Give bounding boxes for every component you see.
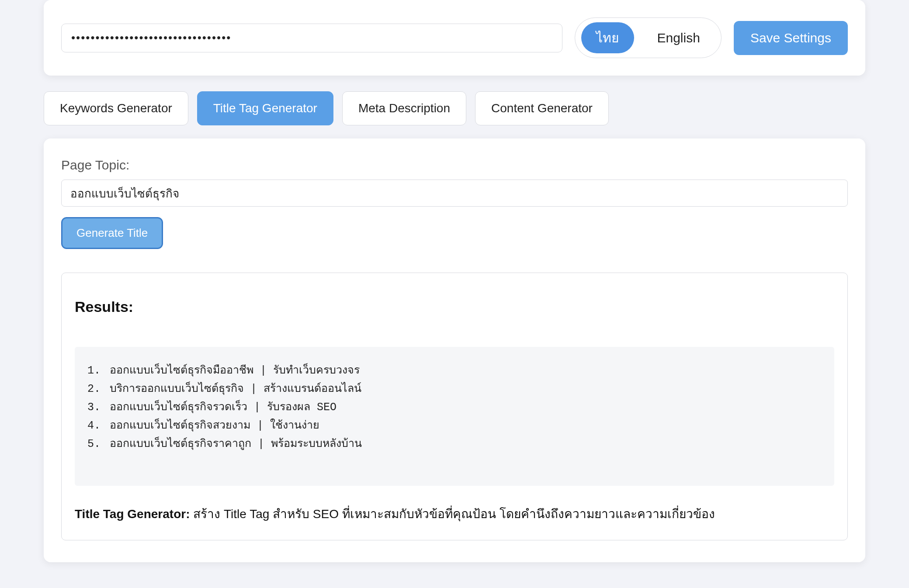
tool-description-title: Title Tag Generator: xyxy=(75,507,190,521)
tabs-row: Keywords Generator Title Tag Generator M… xyxy=(44,91,865,125)
result-item: ออกแบบเว็บไซต์ธุรกิจราคาถูก | พร้อมระบบห… xyxy=(107,435,821,453)
result-item: บริการออกแบบเว็บไซต์ธุรกิจ | สร้างแบรนด์… xyxy=(107,380,821,398)
result-item: ออกแบบเว็บไซต์ธุรกิจรวดเร็ว | รับรองผล S… xyxy=(107,398,821,417)
tab-content-generator[interactable]: Content Generator xyxy=(475,91,609,125)
results-box: Results: ออกแบบเว็บไซต์ธุรกิจมืออาชีพ | … xyxy=(61,273,848,540)
main-panel: Page Topic: Generate Title Results: ออกแ… xyxy=(44,138,865,562)
api-key-input[interactable] xyxy=(61,24,562,52)
results-heading: Results: xyxy=(75,298,834,315)
lang-thai-button[interactable]: ไทย xyxy=(581,22,634,53)
tab-meta-description[interactable]: Meta Description xyxy=(342,91,466,125)
tab-title-tag-generator[interactable]: Title Tag Generator xyxy=(197,91,333,125)
results-list-wrap: ออกแบบเว็บไซต์ธุรกิจมืออาชีพ | รับทำเว็บ… xyxy=(75,347,834,486)
settings-panel: ไทย English Save Settings xyxy=(44,0,865,76)
page-topic-label: Page Topic: xyxy=(61,158,848,173)
result-item: ออกแบบเว็บไซต์ธุรกิจสวยงาม | ใช้งานง่าย xyxy=(107,417,821,435)
results-list: ออกแบบเว็บไซต์ธุรกิจมืออาชีพ | รับทำเว็บ… xyxy=(88,362,821,453)
tool-description-body: สร้าง Title Tag สำหรับ SEO ที่เหมาะสมกับ… xyxy=(193,507,715,521)
save-settings-button[interactable]: Save Settings xyxy=(734,21,848,55)
tool-description: Title Tag Generator: สร้าง Title Tag สำห… xyxy=(75,505,834,523)
result-item: ออกแบบเว็บไซต์ธุรกิจมืออาชีพ | รับทำเว็บ… xyxy=(107,362,821,380)
page-topic-input[interactable] xyxy=(61,180,848,207)
tab-keywords-generator[interactable]: Keywords Generator xyxy=(44,91,188,125)
language-toggle: ไทย English xyxy=(575,17,721,58)
lang-english-button[interactable]: English xyxy=(642,25,715,51)
generate-title-button[interactable]: Generate Title xyxy=(61,217,163,249)
